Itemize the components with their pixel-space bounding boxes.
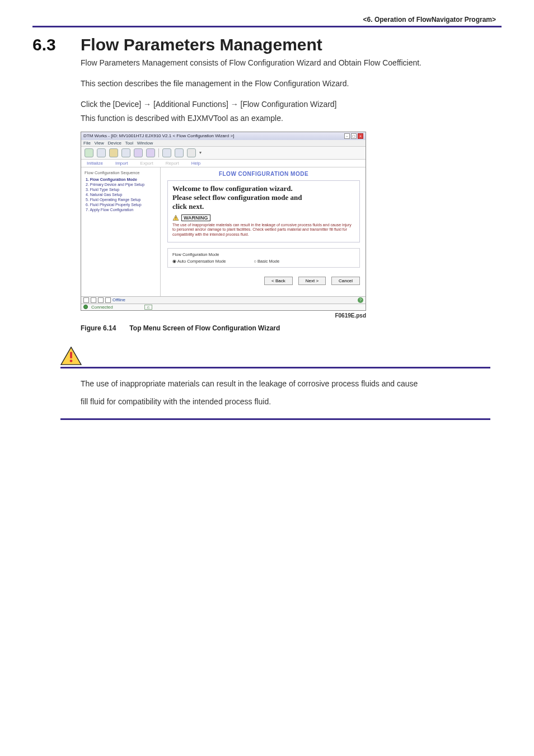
screenshot-figure: DTM Works - [ID: MV1001HTJ EJX910 V2.1 <… bbox=[81, 132, 366, 319]
window-controls[interactable]: – ▢ × bbox=[344, 133, 363, 139]
intro-paragraph-4: This function is described with EJXMVToo… bbox=[81, 113, 490, 124]
tab-import[interactable]: Import bbox=[115, 161, 128, 166]
wizard-button-row: < Back Next > Cancel bbox=[167, 277, 360, 285]
figure-number: Figure 6.14 bbox=[81, 324, 116, 332]
status-indicator: ⎌ bbox=[144, 305, 152, 310]
radio-basic[interactable]: ○ Basic Mode bbox=[254, 259, 279, 264]
radio-auto-label: Auto Compensation Mode bbox=[177, 259, 226, 264]
offline-label: Offline bbox=[113, 297, 125, 302]
app-window: DTM Works - [ID: MV1001HTJ EJX910 V2.1 <… bbox=[81, 132, 366, 311]
mode-group-label: Flow Configuration Mode bbox=[172, 252, 355, 257]
svg-point-4 bbox=[70, 360, 73, 362]
radio-basic-label: Basic Mode bbox=[257, 259, 279, 264]
sidebar-step-4[interactable]: 4. Natural Gas Setup bbox=[85, 192, 157, 197]
next-button[interactable]: Next > bbox=[298, 277, 326, 285]
page-header: <6. Operation of FlowNavigator Program> bbox=[32, 16, 502, 24]
tab-row: Initialize Import Export Report Help bbox=[81, 160, 366, 167]
window-titlebar: DTM Works - [ID: MV1001HTJ EJX910 V2.1 <… bbox=[81, 132, 366, 140]
toolbar-icon-8[interactable] bbox=[175, 148, 184, 157]
warning-rule-top bbox=[60, 367, 490, 368]
toolbar-icon-7[interactable] bbox=[162, 148, 171, 157]
print-icon[interactable] bbox=[187, 148, 196, 157]
section-title: Flow Parameters Management bbox=[81, 35, 322, 54]
intro-paragraph-1: Flow Parameters Management consists of F… bbox=[81, 58, 490, 68]
svg-text:!: ! bbox=[175, 216, 176, 220]
main-mode-title: FLOW CONFIGURATION MODE bbox=[167, 171, 360, 177]
menu-bar[interactable]: File View Device Tool Window bbox=[81, 140, 366, 147]
welcome-line-3: click next. bbox=[172, 202, 355, 211]
close-icon[interactable]: × bbox=[358, 133, 363, 139]
warning-icon: ! bbox=[172, 214, 179, 221]
cancel-button[interactable]: Cancel bbox=[331, 277, 360, 285]
warning-paragraph-1: The use of inappropriate materials can r… bbox=[81, 376, 490, 391]
menu-file[interactable]: File bbox=[83, 141, 91, 146]
status-icon-2 bbox=[91, 297, 96, 303]
menu-window[interactable]: Window bbox=[137, 141, 153, 146]
welcome-line-2: Please select flow configuration mode an… bbox=[172, 193, 355, 202]
warning-icon-large bbox=[60, 347, 82, 366]
toolbar-icon-4[interactable] bbox=[121, 148, 130, 157]
menu-device[interactable]: Device bbox=[107, 141, 121, 146]
sidebar-step-5[interactable]: 5. Fluid Operating Range Setup bbox=[85, 197, 157, 202]
maximize-icon[interactable]: ▢ bbox=[351, 133, 357, 139]
figure-source-label: F0619E.psd bbox=[81, 312, 366, 319]
wizard-sidebar: Flow Configuration Sequence 1. Flow Conf… bbox=[81, 167, 161, 296]
toolbar-icon-6[interactable] bbox=[146, 148, 155, 157]
wizard-main: FLOW CONFIGURATION MODE Welcome to flow … bbox=[161, 167, 366, 296]
connected-label: Connected bbox=[91, 305, 113, 310]
svg-rect-3 bbox=[70, 352, 72, 358]
tab-initialize[interactable]: Initialize bbox=[87, 161, 103, 166]
toolbar-icon-5[interactable] bbox=[134, 148, 143, 157]
toolbar-icon-2[interactable] bbox=[97, 148, 106, 157]
warning-text: The use of inappropriate materials can r… bbox=[172, 223, 355, 237]
radio-auto[interactable]: ◉ Auto Compensation Mode bbox=[172, 259, 226, 264]
intro-paragraph-2: This section describes the file manageme… bbox=[81, 78, 490, 89]
figure-caption: Figure 6.14Top Menu Screen of Flow Confi… bbox=[81, 324, 490, 332]
intro-paragraph-3: Click the [Device] → [Additional Functio… bbox=[81, 99, 490, 110]
tab-report: Report bbox=[166, 161, 179, 166]
menu-view[interactable]: View bbox=[95, 141, 104, 146]
section-heading: 6.3 Flow Parameters Management bbox=[32, 35, 502, 54]
status-icon-1 bbox=[83, 297, 89, 303]
welcome-line-1: Welcome to flow configuration wizard. bbox=[172, 184, 355, 193]
connected-icon bbox=[83, 305, 88, 309]
warning-rule-bottom bbox=[60, 418, 490, 420]
sidebar-group-label: Flow Configuration Sequence bbox=[85, 170, 157, 175]
window-title-text: DTM Works - [ID: MV1001HTJ EJX910 V2.1 <… bbox=[83, 133, 234, 138]
sidebar-step-3[interactable]: 3. Fluid Type Setup bbox=[85, 187, 157, 192]
tab-help[interactable]: Help bbox=[191, 161, 200, 166]
sidebar-step-1[interactable]: 1. Flow Configuration Mode bbox=[85, 177, 157, 182]
status-icon-3 bbox=[98, 297, 104, 303]
section-number: 6.3 bbox=[32, 35, 81, 54]
sidebar-step-6[interactable]: 6. Fluid Physical Property Setup bbox=[85, 202, 157, 207]
header-rule bbox=[32, 26, 502, 27]
sidebar-step-2[interactable]: 2. Primary Device and Pipe Setup bbox=[85, 182, 157, 187]
menu-tool[interactable]: Tool bbox=[125, 141, 133, 146]
toolbar-icon-3[interactable] bbox=[109, 148, 118, 157]
sidebar-step-7[interactable]: 7. Apply Flow Configuration bbox=[85, 207, 157, 212]
welcome-box: Welcome to flow configuration wizard. Pl… bbox=[167, 180, 360, 242]
warning-paragraph-2: fill fluid for compatibility with the in… bbox=[81, 394, 490, 409]
tab-export: Export bbox=[140, 161, 153, 166]
toolbar-icon-1[interactable] bbox=[85, 148, 93, 157]
toolbar: ▾ bbox=[81, 147, 366, 160]
warning-label: WARNING bbox=[181, 214, 210, 221]
figure-title: Top Menu Screen of Flow Configuration Wi… bbox=[129, 324, 280, 332]
status-bar-upper: Offline ? bbox=[81, 296, 366, 304]
status-icon-4 bbox=[105, 297, 111, 303]
back-button[interactable]: < Back bbox=[264, 277, 293, 285]
status-bar-lower: Connected ⎌ bbox=[81, 304, 366, 310]
mode-groupbox: Flow Configuration Mode ◉ Auto Compensat… bbox=[167, 248, 360, 268]
minimize-icon[interactable]: – bbox=[344, 133, 350, 139]
help-icon[interactable]: ? bbox=[358, 297, 363, 303]
